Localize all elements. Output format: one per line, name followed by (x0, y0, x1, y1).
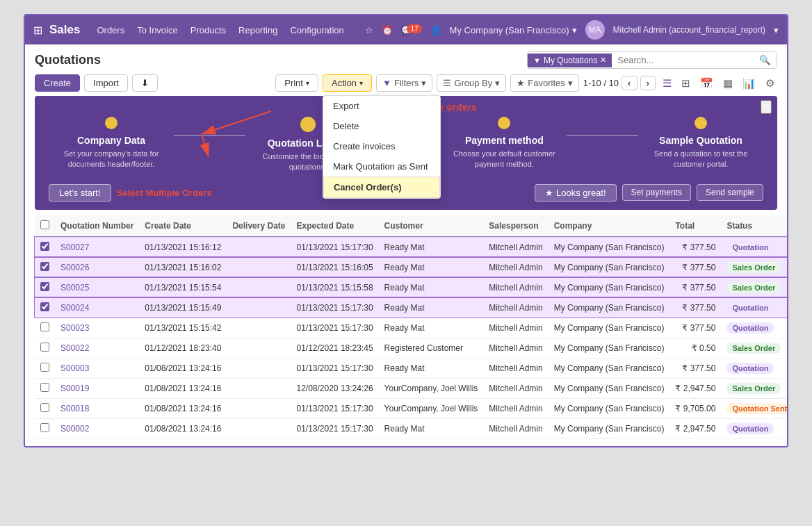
row-checkbox[interactable] (35, 398, 55, 418)
quotation-link[interactable]: S00018 (60, 404, 89, 413)
row-checkbox[interactable] (35, 237, 55, 258)
row-checkbox[interactable] (35, 418, 55, 438)
action-export[interactable]: Export (323, 96, 440, 116)
lets-start-button[interactable]: Let's start! (49, 184, 111, 202)
table-row: S00027 01/13/2021 15:16:12 01/13/2021 15… (35, 237, 788, 258)
row-checkbox[interactable] (35, 358, 55, 378)
row-select-checkbox[interactable] (40, 302, 49, 311)
filters-button[interactable]: ▼ Filters ▾ (376, 74, 432, 92)
header-checkbox[interactable] (35, 215, 55, 237)
action-dropdown-menu: Export Delete Create invoices Mark Quota… (323, 95, 441, 199)
row-select-checkbox[interactable] (40, 343, 49, 352)
calendar-view-icon[interactable]: 📅 (697, 76, 716, 91)
filter-funnel-icon: ▼ (382, 78, 391, 88)
filter-tag-my-quotations: ▼ My Quotations ✕ (528, 54, 612, 67)
set-payments-button[interactable]: Set payments (622, 184, 691, 201)
row-salesperson: Mitchell Admin (483, 318, 548, 338)
row-select-checkbox[interactable] (40, 322, 49, 331)
contact-icon[interactable]: 👤 (430, 25, 441, 35)
nav-products[interactable]: Products (190, 22, 226, 38)
quotation-link[interactable]: S00019 (60, 384, 89, 393)
row-select-checkbox[interactable] (40, 423, 49, 432)
nav-configuration[interactable]: Configuration (290, 22, 343, 38)
step-desc-4: Send a quotation to test the customer po… (638, 149, 763, 170)
download-button[interactable]: ⬇ (132, 74, 158, 92)
search-input[interactable] (612, 52, 754, 68)
nav-to-invoice[interactable]: To Invoice (137, 22, 178, 38)
row-customer: Ready Mat (379, 418, 484, 438)
row-checkbox[interactable] (35, 297, 55, 318)
row-checkbox[interactable] (35, 318, 55, 338)
row-select-checkbox[interactable] (40, 242, 49, 251)
filter-tag-close[interactable]: ✕ (600, 56, 606, 65)
row-checkbox[interactable] (35, 338, 55, 358)
quotation-link[interactable]: S00003 (60, 363, 89, 373)
step-sample-quotation: Sample Quotation Send a quotation to tes… (638, 117, 763, 170)
company-selector[interactable]: My Company (San Francisco) ▾ (450, 25, 577, 35)
quotation-link[interactable]: S00024 (60, 303, 89, 313)
chat-icon[interactable]: 💬17 (401, 25, 421, 35)
app-grid-icon[interactable]: ⊞ (33, 24, 42, 37)
row-expected-date: 01/13/2021 15:17:30 (291, 358, 378, 378)
pivot-view-icon[interactable]: ▦ (720, 76, 736, 91)
row-quotation-number: S00023 (55, 318, 139, 338)
select-all-checkbox[interactable] (40, 220, 49, 229)
action-cancel-orders[interactable]: Cancel Order(s) (323, 176, 440, 198)
row-select-checkbox[interactable] (40, 383, 49, 392)
chat-badge: 17 (407, 24, 421, 33)
header-status: Status (721, 215, 788, 237)
row-checkbox[interactable] (35, 378, 55, 398)
action-mark-quotation-sent[interactable]: Mark Quotation as Sent (323, 156, 440, 176)
header-delivery-date: Delivery Date (227, 215, 291, 237)
favorites-button[interactable]: ★ Favorites ▾ (510, 74, 578, 92)
quotation-link[interactable]: S00026 (60, 263, 89, 272)
create-button[interactable]: Create (35, 74, 80, 92)
clock-icon[interactable]: ⏰ (382, 25, 393, 35)
graph-view-icon[interactable]: 📊 (740, 76, 758, 91)
row-salesperson: Mitchell Admin (483, 358, 548, 378)
row-total: ₹ 377.50 (669, 318, 721, 338)
row-checkbox[interactable] (35, 257, 55, 277)
row-select-checkbox[interactable] (40, 363, 49, 372)
user-avatar[interactable]: MA (585, 20, 605, 40)
next-page-button[interactable]: › (640, 76, 656, 90)
row-status: Sales Order (721, 277, 788, 297)
nav-reporting[interactable]: Reporting (238, 22, 277, 38)
send-sample-button[interactable]: Send sample (697, 184, 763, 201)
row-select-checkbox[interactable] (40, 282, 49, 291)
star-icon[interactable]: ☆ (365, 25, 373, 35)
list-view-icon[interactable]: ☰ (660, 76, 674, 91)
filters-caret: ▾ (421, 78, 426, 88)
quotation-link[interactable]: S00027 (60, 243, 89, 252)
action-create-invoices[interactable]: Create invoices (323, 136, 440, 156)
row-salesperson: Mitchell Admin (483, 418, 548, 438)
print-button[interactable]: Print ▾ (275, 74, 318, 92)
header-company: Company (549, 215, 670, 237)
row-customer: Registered Customer (379, 338, 484, 358)
row-select-checkbox[interactable] (40, 403, 49, 412)
nav-orders[interactable]: Orders (97, 22, 124, 38)
search-button[interactable]: 🔍 (754, 52, 777, 68)
row-total: ₹ 2,947.50 (669, 418, 721, 438)
toolbar: Create Import ⬇ Print ▾ Action ▾ Export … (35, 74, 777, 92)
import-button[interactable]: Import (84, 74, 128, 92)
action-button[interactable]: Action ▾ (323, 74, 372, 92)
quotation-link[interactable]: S00022 (60, 343, 89, 353)
looks-great-button[interactable]: ★ Looks great! (535, 184, 616, 202)
quotation-link[interactable]: S00025 (60, 283, 89, 293)
row-select-checkbox[interactable] (40, 262, 49, 271)
user-name[interactable]: Mitchell Admin (account_financial_report… (613, 25, 765, 35)
step-payment-method: Payment method Choose your default custo… (441, 117, 567, 170)
banner-close-button[interactable]: ✕ (761, 100, 772, 114)
group-by-button[interactable]: ☰ Group By ▾ (437, 74, 506, 92)
settings-view-icon[interactable]: ⚙ (763, 76, 777, 91)
row-checkbox[interactable] (35, 277, 55, 297)
action-delete[interactable]: Delete (323, 116, 440, 136)
quotation-link[interactable]: S00002 (60, 424, 89, 434)
step-dot-1 (105, 117, 117, 129)
prev-page-button[interactable]: ‹ (622, 76, 637, 90)
kanban-view-icon[interactable]: ⊞ (679, 76, 693, 91)
row-total: ₹ 377.50 (669, 277, 721, 297)
step-title-4: Sample Quotation (659, 135, 742, 146)
quotation-link[interactable]: S00023 (60, 323, 89, 333)
